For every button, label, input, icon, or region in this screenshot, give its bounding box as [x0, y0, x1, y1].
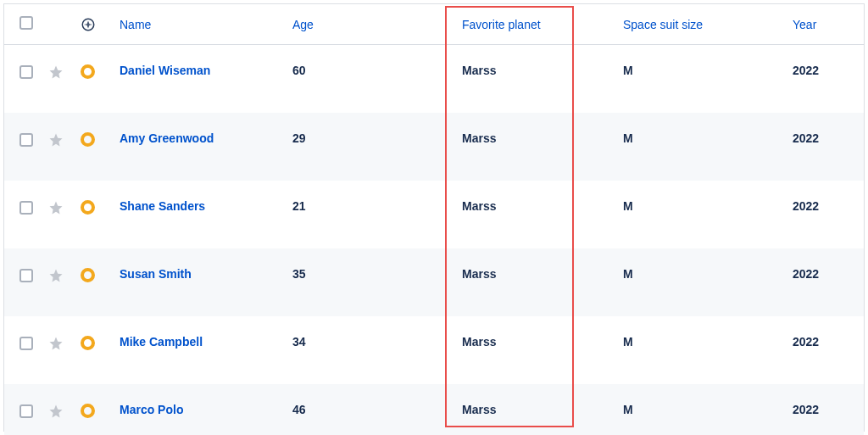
row-favorite-planet: Marss	[453, 113, 615, 181]
row-year: 2022	[784, 384, 864, 436]
star-icon[interactable]	[48, 64, 64, 80]
row-age: 35	[284, 248, 453, 316]
header-select-all[interactable]	[4, 4, 42, 45]
row-name-link[interactable]: Susan Smith	[120, 267, 192, 281]
row-space-suit-size: M	[615, 181, 784, 248]
status-ring-icon	[81, 404, 95, 418]
row-space-suit-size: M	[615, 316, 784, 384]
row-name-link[interactable]: Daniel Wiseman	[120, 64, 210, 77]
header-row: Name Age Favorite planet Space suit size…	[4, 4, 864, 45]
row-favorite-planet: Marss	[453, 384, 615, 436]
row-checkbox[interactable]	[19, 337, 33, 350]
row-favorite-planet: Marss	[453, 316, 615, 384]
table-frame: Name Age Favorite planet Space suit size…	[3, 3, 865, 432]
row-checkbox[interactable]	[19, 404, 33, 418]
row-checkbox[interactable]	[19, 65, 33, 79]
compass-icon	[81, 17, 96, 32]
status-ring-icon	[81, 268, 95, 282]
header-star-col	[42, 4, 75, 45]
star-icon[interactable]	[48, 336, 64, 351]
row-year: 2022	[784, 113, 864, 181]
row-age: 29	[284, 113, 453, 181]
row-name-link[interactable]: Marco Polo	[120, 403, 183, 416]
table-row[interactable]: Shane Sanders21MarssM2022	[4, 181, 864, 248]
star-icon[interactable]	[48, 200, 64, 215]
table-row[interactable]: Daniel Wiseman60MarssM2022	[4, 45, 864, 113]
row-year: 2022	[784, 181, 864, 248]
select-all-checkbox[interactable]	[19, 16, 33, 30]
status-ring-icon	[81, 200, 95, 215]
row-name-link[interactable]: Amy Greenwood	[120, 131, 214, 145]
table-row[interactable]: Marco Polo46MarssM2022	[4, 384, 864, 436]
row-favorite-planet: Marss	[453, 248, 615, 316]
row-year: 2022	[784, 316, 864, 384]
row-age: 21	[284, 181, 453, 248]
row-age: 46	[284, 384, 453, 436]
header-space-suit-size[interactable]: Space suit size	[615, 4, 784, 45]
data-table: Name Age Favorite planet Space suit size…	[4, 4, 864, 435]
row-favorite-planet: Marss	[453, 45, 615, 113]
star-icon[interactable]	[48, 404, 64, 419]
status-ring-icon	[81, 64, 95, 79]
header-age[interactable]: Age	[284, 4, 453, 45]
header-favorite-planet[interactable]: Favorite planet	[453, 4, 615, 45]
star-icon[interactable]	[48, 132, 64, 148]
header-name[interactable]: Name	[114, 4, 284, 45]
row-space-suit-size: M	[615, 113, 784, 181]
row-year: 2022	[784, 45, 864, 113]
table-row[interactable]: Mike Campbell34MarssM2022	[4, 316, 864, 384]
star-icon[interactable]	[48, 268, 64, 283]
status-ring-icon	[81, 336, 95, 350]
row-name-link[interactable]: Shane Sanders	[120, 199, 205, 213]
row-checkbox[interactable]	[19, 201, 33, 215]
row-space-suit-size: M	[615, 45, 784, 113]
row-space-suit-size: M	[615, 248, 784, 316]
header-status-col	[75, 4, 114, 45]
row-favorite-planet: Marss	[453, 181, 615, 248]
row-age: 60	[284, 45, 453, 113]
header-year[interactable]: Year	[784, 4, 864, 45]
status-ring-icon	[81, 132, 95, 147]
table-row[interactable]: Amy Greenwood29MarssM2022	[4, 113, 864, 181]
table-row[interactable]: Susan Smith35MarssM2022	[4, 248, 864, 316]
row-checkbox[interactable]	[19, 133, 33, 147]
table-body: Daniel Wiseman60MarssM2022Amy Greenwood2…	[4, 45, 864, 436]
row-age: 34	[284, 316, 453, 384]
row-name-link[interactable]: Mike Campbell	[120, 335, 203, 349]
row-checkbox[interactable]	[19, 269, 33, 282]
row-year: 2022	[784, 248, 864, 316]
row-space-suit-size: M	[615, 384, 784, 436]
